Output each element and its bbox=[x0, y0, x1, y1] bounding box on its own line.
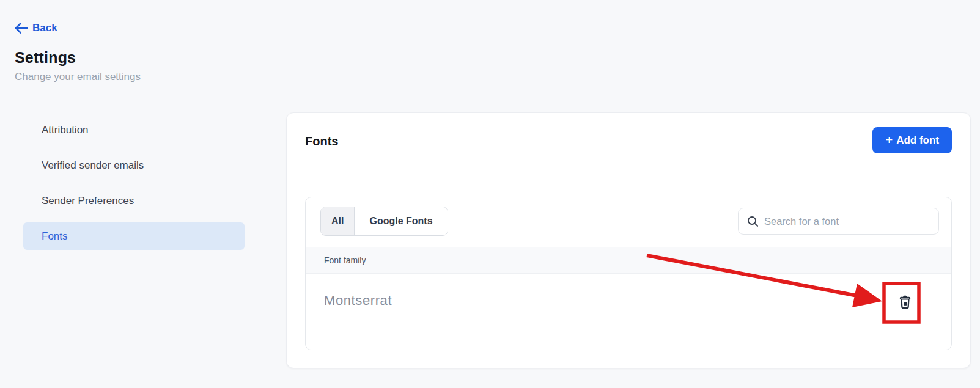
sidebar-item-verified-sender-emails[interactable]: Verified sender emails bbox=[23, 152, 245, 179]
sidebar-item-sender-preferences[interactable]: Sender Preferences bbox=[23, 187, 245, 214]
fonts-card-header: Fonts + Add font bbox=[305, 127, 952, 153]
plus-icon: + bbox=[885, 134, 893, 146]
font-family-cell: Montserrat bbox=[324, 293, 392, 309]
fonts-toolbar: All Google Fonts bbox=[306, 197, 951, 247]
settings-sidebar: Attribution Verified sender emails Sende… bbox=[23, 112, 245, 258]
fonts-card-title: Fonts bbox=[305, 134, 338, 148]
table-footer bbox=[306, 328, 951, 350]
table-header: Font family bbox=[306, 247, 951, 274]
sidebar-item-label: Attribution bbox=[42, 124, 89, 136]
arrow-left-icon bbox=[15, 23, 28, 34]
sidebar-item-label: Verified sender emails bbox=[42, 159, 144, 172]
card-divider bbox=[305, 177, 952, 177]
tab-label: Google Fonts bbox=[369, 216, 432, 227]
page-title: Settings bbox=[15, 49, 980, 67]
page-subtitle: Change your email settings bbox=[15, 71, 980, 83]
delete-font-button[interactable] bbox=[893, 291, 917, 315]
fonts-card: Fonts + Add font All Google Fonts bbox=[286, 112, 971, 368]
sidebar-item-label: Sender Preferences bbox=[42, 195, 134, 207]
tab-all[interactable]: All bbox=[321, 207, 355, 235]
fonts-filter-tabs: All Google Fonts bbox=[320, 207, 448, 236]
font-search-box bbox=[738, 208, 939, 235]
settings-content: Attribution Verified sender emails Sende… bbox=[0, 112, 980, 368]
tab-google-fonts[interactable]: Google Fonts bbox=[355, 207, 447, 235]
font-search-input[interactable] bbox=[764, 216, 930, 227]
fonts-list-panel: All Google Fonts bbox=[305, 197, 952, 350]
table-row: Montserrat bbox=[306, 274, 951, 328]
back-link[interactable]: Back bbox=[15, 22, 57, 34]
search-icon bbox=[747, 216, 759, 227]
column-header-font-family: Font family bbox=[324, 255, 366, 265]
add-font-button-label: Add font bbox=[896, 134, 939, 147]
add-font-button[interactable]: + Add font bbox=[872, 127, 952, 153]
sidebar-item-fonts[interactable]: Fonts bbox=[23, 222, 245, 250]
tab-label: All bbox=[331, 216, 344, 227]
back-label: Back bbox=[32, 22, 57, 34]
sidebar-item-label: Fonts bbox=[42, 230, 68, 243]
sidebar-item-attribution[interactable]: Attribution bbox=[23, 116, 245, 144]
trash-icon bbox=[897, 294, 913, 312]
